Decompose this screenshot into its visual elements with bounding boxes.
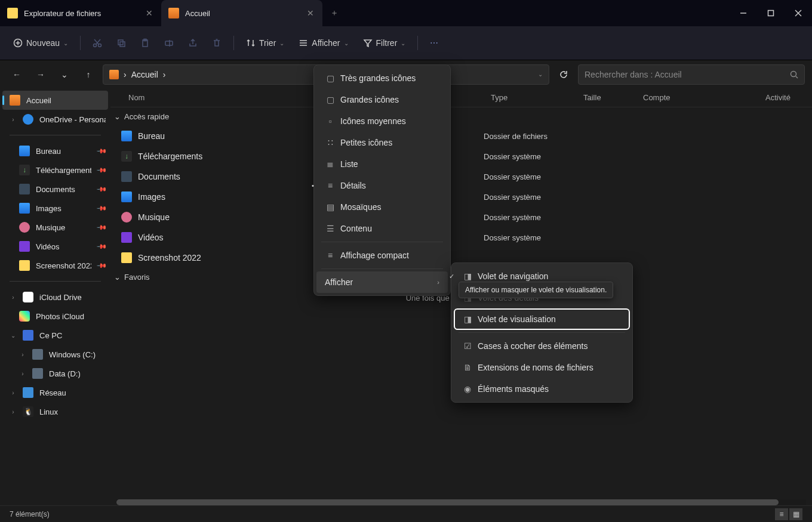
pic-icon: [121, 191, 132, 202]
menu-item-compact[interactable]: ≡ Affichage compact: [316, 245, 448, 266]
network-icon: [23, 387, 33, 398]
pin-icon: 📌: [96, 183, 107, 194]
forward-button[interactable]: →: [31, 65, 50, 84]
close-button[interactable]: [785, 0, 812, 26]
chevron-right-icon[interactable]: ›: [10, 294, 17, 301]
music-icon: [19, 222, 30, 233]
recent-button[interactable]: ⌄: [55, 65, 74, 84]
sidebar-item-bureau[interactable]: Bureau📌: [0, 141, 110, 160]
sidebar-item-icloud[interactable]: › iCloud Drive: [0, 288, 110, 307]
tab-home[interactable]: Accueil ✕: [161, 0, 322, 26]
sort-button[interactable]: Trier ⌄: [240, 32, 290, 54]
sidebar-item-vidéos[interactable]: Vidéos📌: [0, 237, 110, 256]
more-button[interactable]: ⋯: [424, 32, 444, 54]
horizontal-scrollbar[interactable]: [116, 499, 806, 505]
up-button[interactable]: ↑: [79, 65, 98, 84]
sidebar-item-pc[interactable]: ⌄ Ce PC: [0, 326, 110, 345]
menu-item-view-1[interactable]: ▢Grandes icônes: [316, 89, 448, 110]
menu-item-show[interactable]: Afficher ›: [316, 271, 448, 293]
download-icon: ↓: [121, 151, 132, 162]
sidebar-item-network[interactable]: › Réseau: [0, 383, 110, 402]
layout-icon: ▫: [325, 116, 336, 126]
breadcrumb-location[interactable]: Accueil: [131, 70, 158, 79]
chevron-down-icon[interactable]: ⌄: [10, 332, 17, 339]
minimize-button[interactable]: [730, 0, 757, 26]
sidebar-item-documents[interactable]: Documents📌: [0, 180, 110, 199]
group-quick-access[interactable]: ⌄ Accès rapide: [110, 107, 812, 126]
chevron-down-icon: ⌄: [401, 40, 405, 47]
menu-item-view-0[interactable]: ▢Très grandes icônes: [316, 67, 448, 89]
refresh-button[interactable]: [554, 65, 573, 84]
sidebar-item-onedrive[interactable]: › OneDrive - Persona: [0, 110, 110, 129]
table-row[interactable]: ↓TéléchargementsDossier système: [110, 146, 812, 166]
sidebar-item-photos-icloud[interactable]: Photos iCloud: [0, 307, 110, 326]
photos-icon: [19, 311, 30, 322]
tooltip: Afficher ou masquer le volet de visualis…: [459, 282, 613, 298]
table-row[interactable]: MusiqueDossier système: [110, 207, 812, 227]
view-button[interactable]: Afficher ⌄: [293, 32, 354, 54]
new-button[interactable]: Nouveau ⌄: [7, 32, 74, 54]
sidebar-item-drive-c[interactable]: › Windows (C:): [0, 345, 110, 364]
separator: [80, 36, 81, 50]
delete-button[interactable]: [206, 32, 227, 54]
menu-item-view-7[interactable]: ☰Contenu: [316, 218, 448, 239]
menu-item-view-6[interactable]: ▤Mosaïques: [316, 196, 448, 218]
sidebar-item-home[interactable]: Accueil: [2, 91, 108, 110]
menu-item-preview-pane[interactable]: ◨ Volet de visualisation: [454, 308, 630, 330]
copy-button[interactable]: [110, 32, 132, 54]
chevron-right-icon[interactable]: ›: [19, 370, 26, 377]
table-row[interactable]: DocumentsDossier système: [110, 166, 812, 187]
share-button[interactable]: [182, 32, 204, 54]
new-tab-button[interactable]: ＋: [322, 8, 346, 18]
home-icon: [109, 70, 119, 79]
column-account[interactable]: Compte: [636, 93, 758, 102]
maximize-button[interactable]: [757, 0, 785, 26]
paste-button[interactable]: [134, 32, 156, 54]
sidebar-item-images[interactable]: Images📌: [0, 199, 110, 218]
column-activity[interactable]: Activité: [758, 93, 812, 102]
tab-explorer[interactable]: Explorateur de fichiers ✕: [0, 0, 161, 26]
table-row[interactable]: ImagesDossier système: [110, 187, 812, 207]
sort-label: Trier: [259, 38, 276, 48]
rename-button[interactable]: [158, 32, 180, 54]
linux-icon: 🐧: [23, 406, 33, 417]
menu-item-view-3[interactable]: ∷Petites icônes: [316, 132, 448, 153]
separator: [459, 332, 625, 333]
cut-button[interactable]: [87, 32, 108, 54]
view-menu: ▢Très grandes icônes▢Grandes icônes▫Icôn…: [313, 64, 451, 296]
chevron-right-icon[interactable]: ›: [10, 409, 17, 415]
menu-item-extensions[interactable]: 🗎 Extensions de noms de fichiers: [454, 357, 630, 378]
close-tab-icon[interactable]: ✕: [144, 8, 154, 18]
thumbnails-view-toggle[interactable]: ▦: [789, 508, 802, 520]
pin-icon: 📌: [96, 145, 107, 156]
menu-item-view-5[interactable]: •≡Détails: [316, 175, 448, 196]
chevron-down-icon: ⌄: [114, 112, 121, 121]
menu-item-hidden[interactable]: ◉ Éléments masqués: [454, 378, 630, 400]
search-input[interactable]: Rechercher dans : Accueil: [578, 64, 805, 85]
chevron-right-icon[interactable]: ›: [10, 116, 17, 123]
close-tab-icon[interactable]: ✕: [306, 8, 315, 18]
sidebar-item-musique[interactable]: Musique📌: [0, 218, 110, 237]
table-row[interactable]: VidéosDossier système: [110, 227, 812, 248]
table-row[interactable]: BureauDossier de fichiers: [110, 126, 812, 146]
column-size[interactable]: Taille: [576, 93, 636, 102]
sidebar-item-screenshot 2022[interactable]: Screenshot 2022📌: [0, 256, 110, 275]
toolbar: Nouveau ⌄ Trier ⌄ Afficher ⌄ Filtrer ⌄ ⋯: [0, 26, 812, 60]
filter-label: Filtrer: [376, 38, 398, 48]
sidebar-item-drive-d[interactable]: › Data (D:): [0, 364, 110, 383]
details-view-toggle[interactable]: ≡: [775, 508, 788, 520]
separator: [10, 281, 101, 282]
chevron-right-icon[interactable]: ›: [10, 390, 17, 396]
sidebar-item-téléchargements[interactable]: ↓Téléchargements📌: [0, 160, 110, 180]
menu-item-view-2[interactable]: ▫Icônes moyennes: [316, 110, 448, 132]
chevron-right-icon[interactable]: ›: [19, 351, 26, 358]
chevron-down-icon[interactable]: ⌄: [538, 71, 543, 78]
menu-item-checkboxes[interactable]: ☑ Cases à cocher des éléments: [454, 335, 630, 357]
pane-icon: ◨: [462, 271, 473, 281]
svg-rect-1: [768, 11, 774, 16]
sidebar-item-linux[interactable]: › 🐧 Linux: [0, 402, 110, 421]
back-button[interactable]: ←: [7, 65, 26, 84]
column-type[interactable]: Type: [484, 93, 576, 102]
filter-button[interactable]: Filtrer ⌄: [357, 32, 412, 54]
menu-item-view-4[interactable]: ≣Liste: [316, 153, 448, 175]
